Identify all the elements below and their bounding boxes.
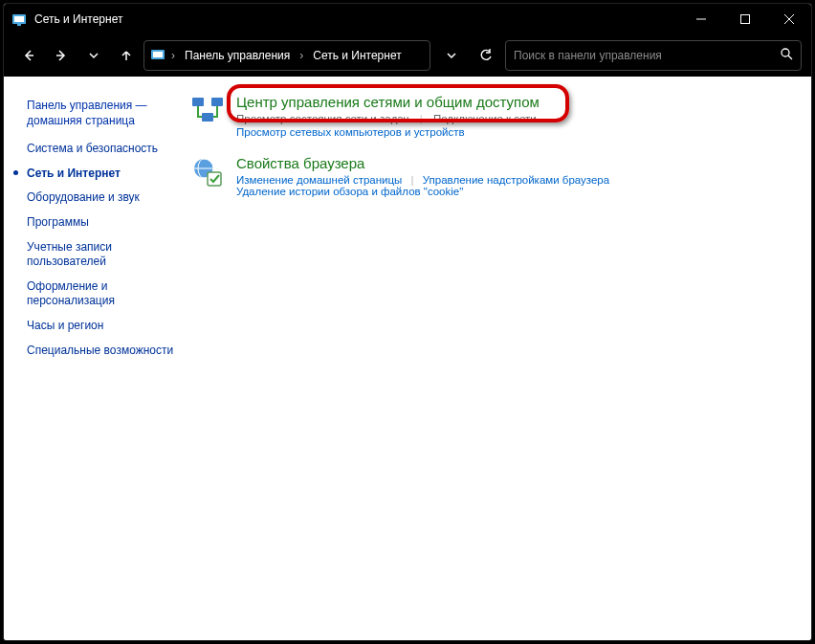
sidebar: Панель управления — домашняя страница Си… [4, 77, 190, 640]
content-area: Центр управления сетями и общим доступом… [190, 77, 811, 640]
sidebar-item[interactable]: Учетные записи пользователей [27, 235, 185, 275]
internet-options-link[interactable]: Свойства браузера [236, 155, 802, 171]
search-icon[interactable] [780, 47, 793, 64]
refresh-button[interactable] [473, 40, 499, 71]
app-icon [11, 11, 27, 27]
svg-rect-10 [153, 52, 163, 57]
internet-options-icon [190, 155, 225, 189]
sidebar-item[interactable]: Система и безопасность [27, 137, 185, 162]
window-title: Сеть и Интернет [34, 12, 679, 26]
network-center-link[interactable]: Центр управления сетями и общим доступом [236, 94, 802, 110]
titlebar: Сеть и Интернет [4, 4, 811, 34]
close-button[interactable] [767, 4, 811, 34]
change-homepage-link[interactable]: Изменение домашней страницы [236, 174, 402, 186]
svg-point-11 [782, 49, 789, 56]
svg-rect-2 [17, 24, 21, 26]
view-network-devices-link[interactable]: Просмотр сетевых компьютеров и устройств [236, 126, 465, 138]
delete-history-link[interactable]: Удаление истории обзора и файлов "cookie… [236, 186, 463, 197]
minimize-button[interactable] [679, 4, 723, 34]
breadcrumb-current[interactable]: Сеть и Интернет [309, 47, 405, 64]
navbar: › Панель управления › Сеть и Интернет [4, 34, 811, 77]
address-dropdown[interactable] [438, 40, 465, 71]
svg-rect-4 [741, 15, 750, 24]
address-icon [150, 47, 165, 65]
category-internet-options: Свойства браузера Изменение домашней стр… [190, 155, 802, 197]
address-bar[interactable]: › Панель управления › Сеть и Интернет [143, 40, 430, 71]
control-panel-window: Сеть и Интернет › Панель управления › Се… [4, 4, 811, 640]
sidebar-item[interactable]: Программы [27, 211, 185, 235]
category-network-sharing: Центр управления сетями и общим доступом… [190, 94, 802, 138]
breadcrumb-root[interactable]: Панель управления [181, 47, 294, 64]
category-subtitle: Просмотр состояния сети и задач | Подклю… [236, 113, 802, 124]
sidebar-item[interactable]: Часы и регион [27, 314, 185, 339]
body: Панель управления — домашняя страница Си… [4, 77, 811, 640]
network-center-icon [190, 94, 225, 128]
svg-rect-13 [192, 98, 204, 106]
back-button[interactable] [13, 40, 44, 71]
svg-rect-17 [208, 172, 221, 186]
manage-addons-link[interactable]: Управление надстройками браузера [423, 174, 609, 186]
sidebar-item[interactable]: Оформление и персонализация [27, 275, 185, 314]
sidebar-item[interactable]: Сеть и Интернет [27, 162, 185, 187]
sidebar-home[interactable]: Панель управления — домашняя страница [27, 94, 185, 133]
search-input[interactable] [514, 49, 780, 62]
svg-rect-14 [211, 98, 223, 106]
sidebar-item[interactable]: Оборудование и звук [27, 186, 185, 211]
sidebar-item[interactable]: Специальные возможности [27, 339, 185, 364]
recent-dropdown[interactable] [78, 40, 109, 71]
svg-rect-1 [14, 16, 24, 22]
forward-button[interactable] [46, 40, 77, 71]
svg-line-12 [788, 56, 792, 59]
up-button[interactable] [111, 40, 142, 71]
svg-rect-15 [202, 113, 213, 122]
chevron-right-icon: › [169, 49, 177, 62]
search-box[interactable] [505, 40, 802, 71]
maximize-button[interactable] [723, 4, 767, 34]
chevron-right-icon: › [297, 49, 305, 62]
